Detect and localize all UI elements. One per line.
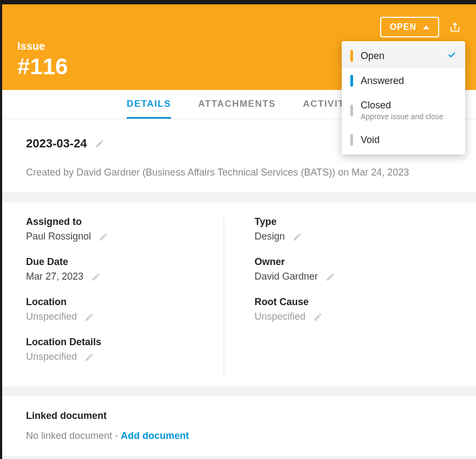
pencil-icon[interactable] (292, 232, 302, 242)
status-color-icon (350, 50, 353, 62)
status-dropdown-menu: Open Answered Closed Approve issue and c… (342, 41, 465, 154)
status-color-icon (350, 105, 353, 117)
check-icon (447, 50, 457, 62)
status-option-label: Answered (361, 75, 404, 87)
details-section: Assigned to Paul Rossignol Due Date Mar … (2, 202, 476, 386)
field-label: Assigned to (26, 216, 207, 228)
tab-details[interactable]: DETAILS (127, 90, 171, 119)
field-label: Owner (255, 256, 436, 268)
status-color-icon (350, 134, 353, 146)
issue-header: OPEN Issue #116 Open (2, 4, 476, 90)
linked-document-title: Linked document (26, 410, 452, 422)
pencil-icon[interactable] (95, 139, 105, 148)
assigned-to-value: Paul Rossignol (26, 231, 91, 242)
status-color-icon (350, 75, 353, 87)
location-value: Unspecified (26, 311, 77, 322)
field-label: Type (255, 216, 436, 228)
status-option-answered[interactable]: Answered (342, 68, 465, 93)
no-linked-text: No linked document - (26, 430, 121, 441)
linked-document-text: No linked document - Add document (26, 430, 452, 442)
created-by-text: Created by David Gardner (Business Affai… (26, 167, 452, 178)
caret-up-icon (423, 25, 429, 29)
status-label: OPEN (390, 22, 416, 32)
details-col-right: Type Design Owner David Gardner (224, 216, 452, 377)
field-label: Location (26, 296, 207, 308)
pencil-icon[interactable] (91, 272, 101, 282)
pencil-icon[interactable] (325, 272, 335, 282)
root-cause-value: Unspecified (255, 311, 305, 322)
field-label: Root Cause (255, 296, 436, 308)
status-option-label: Void (361, 134, 380, 146)
status-option-label: Closed (361, 100, 444, 111)
content-scroll[interactable]: 2023-03-24 Created by David Gardner (Bus… (2, 119, 476, 459)
add-document-link[interactable]: Add document (121, 430, 189, 441)
linked-document-section: Linked document No linked document - Add… (2, 396, 476, 456)
issue-title: 2023-03-24 (26, 137, 87, 151)
details-col-left: Assigned to Paul Rossignol Due Date Mar … (26, 216, 224, 377)
pencil-icon[interactable] (84, 352, 94, 362)
type-value: Design (255, 231, 285, 242)
field-label: Location Details (26, 337, 207, 348)
owner-value: David Gardner (255, 271, 318, 282)
tab-attachments[interactable]: ATTACHMENTS (198, 90, 276, 119)
due-date-value: Mar 27, 2023 (26, 271, 83, 282)
field-label: Due Date (26, 256, 207, 268)
share-icon[interactable] (449, 21, 461, 33)
status-dropdown-button[interactable]: OPEN (380, 17, 439, 37)
status-option-closed[interactable]: Closed Approve issue and close (342, 93, 465, 127)
pencil-icon[interactable] (84, 312, 94, 322)
pencil-icon[interactable] (313, 312, 323, 322)
status-option-open[interactable]: Open (342, 43, 465, 68)
pencil-icon[interactable] (99, 232, 108, 242)
status-option-void[interactable]: Void (342, 127, 465, 152)
location-details-value: Unspecified (26, 351, 77, 363)
status-option-label: Open (361, 50, 384, 62)
status-option-sublabel: Approve issue and close (361, 112, 444, 121)
